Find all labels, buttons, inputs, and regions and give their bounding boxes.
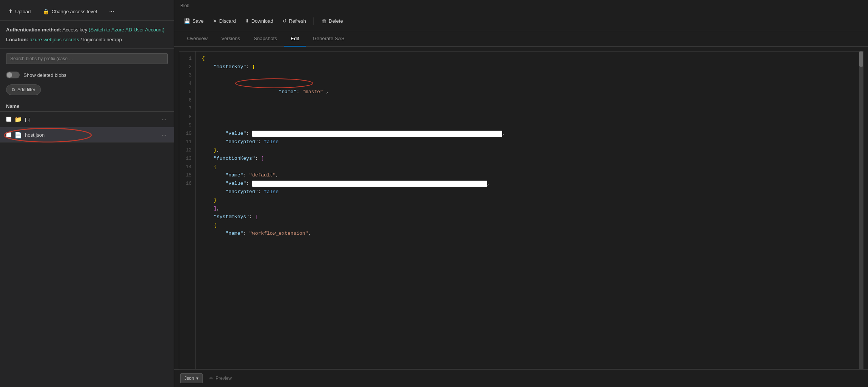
right-toolbar: 💾 Save ✕ Discard ⬇ Download ↺ Refresh 🗑 … bbox=[174, 11, 868, 31]
code-line: ], bbox=[202, 204, 863, 213]
tab-generate-sas[interactable]: Generate SAS bbox=[306, 31, 351, 47]
code-line: "value": , bbox=[202, 179, 863, 188]
filter-label: Add filter bbox=[17, 87, 35, 92]
line-number: 5 bbox=[179, 88, 195, 96]
line-number: 4 bbox=[179, 80, 195, 88]
tab-edit[interactable]: Edit bbox=[284, 31, 306, 47]
code-line: { bbox=[202, 55, 863, 63]
line-numbers: 1 2 3 4 5 6 7 8 9 10 11 12 13 14 15 16 bbox=[179, 51, 196, 369]
folder-icon: 📁 bbox=[14, 116, 22, 123]
discard-icon: ✕ bbox=[213, 18, 217, 24]
toolbar-separator bbox=[314, 17, 314, 25]
filter-section: ⧉ Add filter bbox=[0, 81, 174, 100]
refresh-icon: ↺ bbox=[283, 18, 287, 24]
add-filter-button[interactable]: ⧉ Add filter bbox=[6, 84, 41, 95]
upload-button[interactable]: ⬆ Upload bbox=[6, 7, 33, 16]
file-name: host.json bbox=[25, 132, 157, 138]
preview-label: Preview bbox=[215, 376, 232, 381]
auth-method-value: Access key bbox=[62, 27, 89, 33]
code-line: "value": , bbox=[202, 130, 863, 138]
delete-icon: 🗑 bbox=[322, 18, 326, 24]
redacted-value bbox=[252, 131, 502, 137]
code-line: "systemKeys": [ bbox=[202, 213, 863, 221]
code-line: "masterKey": { bbox=[202, 63, 863, 71]
line-number: 2 bbox=[179, 63, 195, 71]
code-content[interactable]: { "masterKey": { "name": "master", "valu… bbox=[196, 51, 863, 369]
file-more-button[interactable]: ··· bbox=[160, 115, 168, 123]
change-access-label: Change access level bbox=[52, 9, 97, 14]
tab-versions[interactable]: Versions bbox=[214, 31, 247, 47]
line-number: 6 bbox=[179, 96, 195, 105]
code-line: "name": "default", bbox=[202, 171, 863, 179]
change-access-button[interactable]: 🔒 Change access level bbox=[41, 7, 99, 16]
location-line: Location: azure-webjobs-secrets / logicc… bbox=[6, 36, 168, 44]
refresh-button[interactable]: ↺ Refresh bbox=[279, 16, 310, 26]
toggle-row: Show deleted blobs bbox=[0, 69, 174, 81]
line-number: 14 bbox=[179, 163, 195, 171]
preview-button[interactable]: ✏ Preview bbox=[206, 374, 236, 383]
code-line: "name": "master", bbox=[202, 71, 863, 130]
refresh-label: Refresh bbox=[289, 18, 306, 24]
line-number: 9 bbox=[179, 121, 195, 130]
upload-icon: ⬆ bbox=[8, 8, 13, 14]
line-number: 1 bbox=[179, 55, 195, 63]
svg-point-1 bbox=[236, 79, 313, 88]
location-link[interactable]: azure-webjobs-secrets bbox=[30, 37, 79, 42]
file-name: [..] bbox=[25, 117, 157, 122]
vertical-scrollbar[interactable] bbox=[859, 51, 863, 369]
file-more-button[interactable]: ··· bbox=[160, 131, 168, 139]
search-section bbox=[0, 49, 174, 69]
search-input[interactable] bbox=[6, 53, 168, 64]
auth-method-label: Authentication method: bbox=[6, 27, 61, 33]
download-button[interactable]: ⬇ Download bbox=[241, 16, 277, 26]
delete-label: Delete bbox=[329, 18, 343, 24]
line-number: 15 bbox=[179, 171, 195, 179]
toggle-label: Show deleted blobs bbox=[23, 72, 66, 78]
list-item[interactable]: 📁 [..] ··· bbox=[0, 112, 174, 127]
switch-account-link[interactable]: (Switch to Azure AD User Account) bbox=[89, 27, 164, 33]
file-checkbox[interactable] bbox=[6, 117, 11, 122]
tab-overview[interactable]: Overview bbox=[180, 31, 214, 47]
auth-section: Authentication method: Access key (Switc… bbox=[0, 21, 174, 49]
location-label: Location: bbox=[6, 37, 28, 42]
scrollbar-thumb bbox=[859, 51, 863, 67]
line-number: 12 bbox=[179, 146, 195, 154]
code-line: "encrypted": false bbox=[202, 188, 863, 196]
code-line: { bbox=[202, 221, 863, 229]
pencil-icon: ✏ bbox=[209, 376, 213, 381]
discard-label: Discard bbox=[219, 18, 236, 24]
language-label: Json bbox=[184, 376, 194, 381]
line-number: 16 bbox=[179, 179, 195, 188]
code-line: "functionKeys": [ bbox=[202, 154, 863, 163]
code-circle-annotation bbox=[234, 78, 314, 89]
more-options-button[interactable]: ··· bbox=[107, 7, 116, 16]
save-label: Save bbox=[192, 18, 204, 24]
discard-button[interactable]: ✕ Discard bbox=[209, 16, 240, 26]
download-icon: ⬇ bbox=[245, 18, 249, 24]
lock-icon: 🔒 bbox=[43, 8, 49, 14]
filter-icon: ⧉ bbox=[12, 87, 15, 92]
file-list: 📁 [..] ··· 📄 host.json ··· bbox=[0, 112, 174, 387]
file-checkbox[interactable] bbox=[6, 132, 11, 137]
line-number: 8 bbox=[179, 113, 195, 121]
left-panel: ⬆ Upload 🔒 Change access level ··· Authe… bbox=[0, 0, 174, 387]
show-deleted-toggle[interactable] bbox=[6, 72, 20, 78]
tab-snapshots[interactable]: Snapshots bbox=[247, 31, 284, 47]
language-selector[interactable]: Json ▾ bbox=[180, 373, 203, 383]
delete-button[interactable]: 🗑 Delete bbox=[318, 16, 347, 26]
line-number: 13 bbox=[179, 154, 195, 163]
name-column-header: Name bbox=[0, 100, 174, 112]
line-number: 10 bbox=[179, 130, 195, 138]
code-editor: 1 2 3 4 5 6 7 8 9 10 11 12 13 14 15 16 {… bbox=[179, 51, 863, 369]
code-line: { bbox=[202, 163, 863, 171]
save-button[interactable]: 💾 Save bbox=[180, 16, 208, 26]
line-number: 11 bbox=[179, 138, 195, 146]
blob-header: Blob bbox=[174, 0, 868, 11]
location-suffix: / logiccontainerapp bbox=[81, 37, 122, 42]
editor-footer: Json ▾ ✏ Preview bbox=[174, 369, 868, 387]
code-line: } bbox=[202, 196, 863, 204]
redacted-value bbox=[252, 181, 487, 187]
line-number: 7 bbox=[179, 105, 195, 113]
code-line: "name": "workflow_extension", bbox=[202, 229, 863, 238]
list-item[interactable]: 📄 host.json ··· bbox=[0, 127, 174, 143]
